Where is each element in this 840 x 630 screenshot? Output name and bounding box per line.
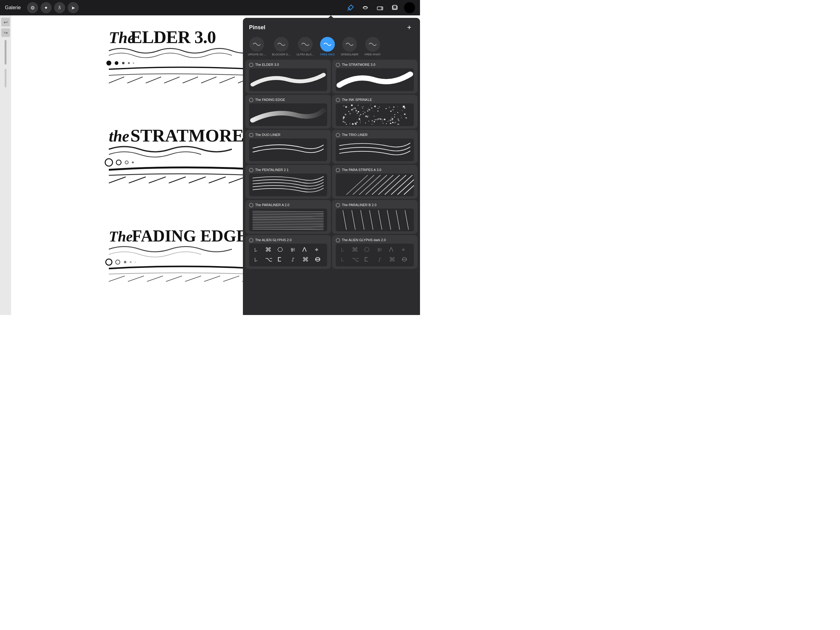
brush-radio[interactable] — [336, 98, 340, 102]
brush-preview — [249, 103, 327, 126]
brush-item-pentaliner[interactable]: The PENTALINER 2.1 — [245, 165, 331, 199]
tab-ultra_blo[interactable]: ULTRA BLO... — [294, 36, 316, 57]
svg-point-128 — [345, 122, 346, 123]
svg-point-7 — [106, 60, 111, 65]
svg-point-115 — [371, 108, 373, 109]
brush-radio[interactable] — [249, 238, 253, 242]
brush-item-alien_glyphs_dark[interactable]: The ALIEN GLYPHS dark 2.0꒒⌘⎔ꋲⴷ⌖꒒⌥ⵎ꒔⌘ⴱ — [332, 235, 418, 269]
svg-point-95 — [359, 118, 360, 119]
svg-point-103 — [397, 112, 398, 113]
brush-radio[interactable] — [336, 133, 340, 137]
brush-radio[interactable] — [249, 168, 253, 172]
brush-radio[interactable] — [336, 63, 340, 67]
svg-point-33 — [372, 120, 373, 122]
svg-rect-153 — [336, 138, 414, 161]
tab-label-ultra_blo: ULTRA BLO... — [297, 53, 314, 56]
svg-point-81 — [358, 111, 359, 112]
tab-blocker[interactable]: BLOCKER D... — [270, 36, 293, 57]
svg-text:ELDER 3.0: ELDER 3.0 — [130, 27, 216, 47]
gallery-button[interactable]: Galerie — [5, 5, 21, 11]
svg-point-131 — [362, 106, 362, 107]
svg-point-23 — [115, 260, 120, 264]
brush-radio[interactable] — [249, 98, 253, 102]
panel-header: Pinsel + — [243, 18, 420, 35]
svg-point-94 — [362, 108, 363, 109]
brush-name: The PARALINER A 2.0 — [255, 203, 289, 207]
svg-point-43 — [402, 111, 403, 111]
svg-point-47 — [343, 118, 344, 119]
tab-update[interactable]: UPDATE 02-... — [245, 36, 268, 57]
svg-point-60 — [376, 119, 378, 120]
svg-point-65 — [367, 117, 368, 117]
opacity-tool[interactable] — [5, 69, 6, 87]
svg-point-129 — [395, 123, 395, 123]
svg-point-141 — [357, 112, 358, 114]
svg-rect-4 — [393, 5, 396, 9]
selection-button[interactable]: S — [54, 2, 65, 13]
adjustments-button[interactable]: ✦ — [41, 2, 52, 13]
svg-point-134 — [363, 106, 363, 107]
brush-preview — [336, 103, 414, 126]
smudge-button[interactable] — [360, 2, 371, 13]
svg-point-90 — [360, 114, 361, 116]
brush-item-elder30[interactable]: The ELDER 3.0 — [245, 60, 331, 93]
brush-name: The STRATMORE 3.0 — [342, 63, 376, 67]
brush-preview — [249, 68, 327, 91]
transform-button[interactable]: ➤ — [68, 2, 79, 13]
brush-item-paraliner_a[interactable]: The PARALINER A 2.0 — [245, 200, 331, 234]
brush-item-trio_liner[interactable]: The TRIO LINER — [332, 130, 418, 164]
undo-button[interactable]: ↩ — [1, 18, 10, 27]
svg-point-139 — [348, 111, 349, 112]
tab-speedliner[interactable]: SPEEDLINER — [338, 36, 361, 57]
svg-point-17 — [125, 161, 128, 164]
svg-point-146 — [374, 106, 376, 107]
brush-item-alien_glyphs[interactable]: The ALIEN GLYPHS 2.0꒒⌘⎔ꋲⴷ⌖꒒⌥ⵎ꒔⌘ⴱ — [245, 235, 331, 269]
svg-point-150 — [394, 114, 395, 115]
brush-item-ink_sprinkle[interactable]: The INK SPRINKLE — [332, 95, 418, 128]
svg-point-107 — [365, 123, 366, 123]
svg-point-46 — [375, 119, 376, 120]
color-swatch[interactable] — [404, 2, 415, 13]
svg-point-68 — [390, 111, 392, 112]
svg-text:⎔: ⎔ — [364, 246, 370, 253]
eraser-button[interactable] — [374, 2, 385, 13]
svg-point-74 — [390, 120, 391, 121]
brush-name: The PARA STRIPES A 3.0 — [342, 168, 381, 172]
svg-point-79 — [355, 110, 357, 112]
svg-point-35 — [346, 124, 347, 125]
add-brush-button[interactable]: + — [405, 23, 414, 32]
svg-point-34 — [368, 109, 368, 110]
brush-size-slider[interactable] — [5, 40, 6, 65]
svg-point-102 — [360, 122, 361, 123]
svg-point-78 — [374, 121, 375, 122]
brush-item-stratmore30[interactable]: The STRATMORE 3.0 — [332, 60, 418, 93]
brush-radio[interactable] — [336, 203, 340, 207]
brush-radio[interactable] — [249, 203, 253, 207]
pen-tool-button[interactable] — [345, 2, 356, 13]
layers-button[interactable] — [389, 2, 400, 13]
brush-radio[interactable] — [336, 238, 340, 242]
svg-point-64 — [403, 107, 403, 108]
svg-point-149 — [349, 113, 351, 114]
svg-point-83 — [350, 123, 350, 124]
svg-point-15 — [105, 159, 112, 166]
svg-text:⌘: ⌘ — [352, 246, 358, 253]
brush-item-duo_liner[interactable]: The DUO LINER — [245, 130, 331, 164]
svg-point-123 — [373, 124, 374, 125]
brush-item-fading_edge[interactable]: The FADING EDGE — [245, 95, 331, 128]
svg-point-148 — [357, 115, 358, 116]
tab-free_inks[interactable]: FREE INKS — [317, 36, 337, 57]
tab-free_paint[interactable]: FREE PAINT — [362, 36, 383, 57]
svg-point-100 — [382, 120, 383, 120]
svg-point-18 — [132, 161, 134, 163]
svg-point-76 — [386, 123, 387, 124]
brush-radio[interactable] — [336, 168, 340, 172]
brush-item-para_stripes[interactable]: The PARA STRIPES A 3.0 — [332, 165, 418, 199]
svg-point-124 — [360, 120, 361, 121]
svg-point-111 — [347, 117, 347, 117]
brush-radio[interactable] — [249, 133, 253, 137]
brush-item-paraliner_b[interactable]: The PARALINER B 2.0 — [332, 200, 418, 234]
redo-button[interactable]: ↪ — [1, 28, 10, 37]
brush-radio[interactable] — [249, 63, 253, 67]
wrench-button[interactable]: ⚙ — [27, 2, 38, 13]
